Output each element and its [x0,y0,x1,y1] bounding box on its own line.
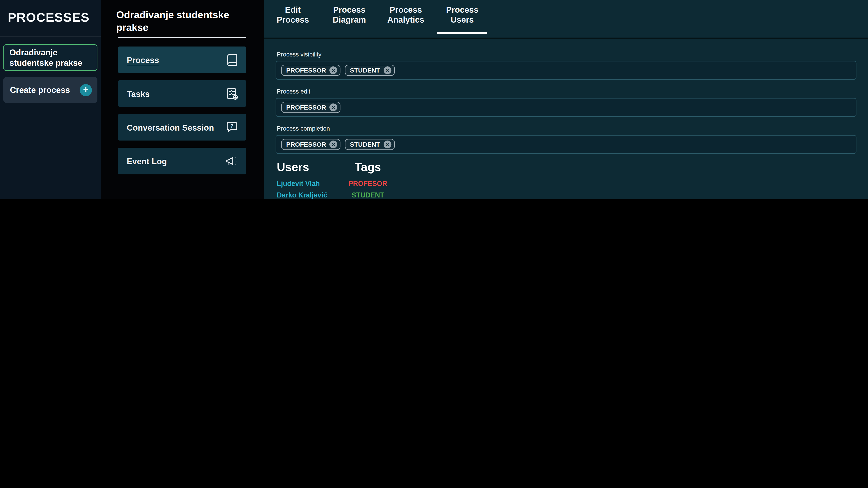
menu-item-tasks[interactable]: Tasks [118,80,246,107]
tag-chip: STUDENT × [345,65,395,76]
process-completion-label: Process completion [277,125,330,131]
submenu-title: Odrađivanje studentske prakse [116,9,250,34]
menu-item-event-log[interactable]: Event Log [118,148,246,174]
chat-question-icon: ? [225,120,239,134]
users-column-header: Users [277,160,339,174]
tag-chip: PROFESSOR × [281,102,341,113]
remove-tag-icon[interactable]: × [383,140,391,148]
tag-chip: STUDENT × [345,139,395,150]
users-table: Users Tags Ljudevit Vlah PROFESOR Darko … [277,160,397,199]
tab-edit-process[interactable]: Edit Process [268,0,318,34]
book-icon [225,53,239,67]
sidebar-item-process-label: Odrađivanje studentske prakse [9,47,91,68]
tag-chip-label: PROFESSOR [286,104,326,110]
user-tag-cell: PROFESOR [339,180,397,188]
process-visibility-input[interactable]: PROFESSOR × STUDENT × [276,61,857,79]
page-title: PROCESSES [8,10,90,25]
plus-icon: + [80,84,92,96]
create-process-button[interactable]: Create process + [3,77,97,103]
table-row: Ljudevit Vlah PROFESOR [277,178,397,190]
process-edit-label: Process edit [277,88,310,94]
create-process-label: Create process [10,85,70,95]
user-tag-cell: STUDENT [339,191,397,199]
tab-process-users[interactable]: Process Users [437,0,487,34]
svg-text:?: ? [230,123,234,129]
tab-process-analytics[interactable]: Process Analytics [381,0,431,34]
task-add-icon [225,86,239,101]
process-completion-input[interactable]: PROFESSOR × STUDENT × [276,135,857,154]
process-edit-input[interactable]: PROFESSOR × [276,98,857,117]
remove-tag-icon[interactable]: × [330,66,337,74]
tag-chip-label: PROFESSOR [286,67,326,73]
tag-chip-label: PROFESSOR [286,141,326,148]
tag-chip-label: STUDENT [350,67,380,73]
remove-tag-icon[interactable]: × [330,140,337,148]
user-name-cell[interactable]: Ljudevit Vlah [277,180,339,188]
process-visibility-label: Process visibility [277,51,321,57]
tab-bar: Edit Process Process Diagram Process Ana… [268,0,487,34]
tags-column-header: Tags [339,160,397,174]
main-content: Edit Process Process Diagram Process Ana… [264,0,868,199]
menu-item-event-log-label: Event Log [127,156,167,166]
sidebar-item-process[interactable]: Odrađivanje studentske prakse [3,44,97,71]
users-table-header: Users Tags [277,160,397,174]
submenu-underline [118,37,246,38]
menu-item-process[interactable]: Process [118,46,246,73]
remove-tag-icon[interactable]: × [330,103,337,111]
tag-chip: PROFESSOR × [281,65,341,76]
tab-process-diagram[interactable]: Process Diagram [324,0,374,34]
app-root: PROCESSES Odrađivanje studentske prakse … [0,0,868,199]
menu-item-process-label: Process [127,55,159,65]
user-name-cell[interactable]: Darko Kraljević [277,191,339,199]
remove-tag-icon[interactable]: × [383,66,391,74]
menu-item-conversation-label: Conversation Session [127,123,214,132]
process-submenu: Odrađivanje studentske prakse Process Ta… [101,0,264,199]
tabs-divider [264,38,868,39]
sidebar: PROCESSES Odrađivanje studentske prakse … [0,0,101,199]
sidebar-divider [0,37,101,37]
menu-item-conversation-session[interactable]: Conversation Session ? [118,114,246,140]
tag-chip: PROFESSOR × [281,139,341,150]
table-row: Darko Kraljević STUDENT [277,190,397,199]
tag-chip-label: STUDENT [350,141,380,148]
megaphone-icon [225,154,239,168]
menu-item-tasks-label: Tasks [127,89,150,98]
